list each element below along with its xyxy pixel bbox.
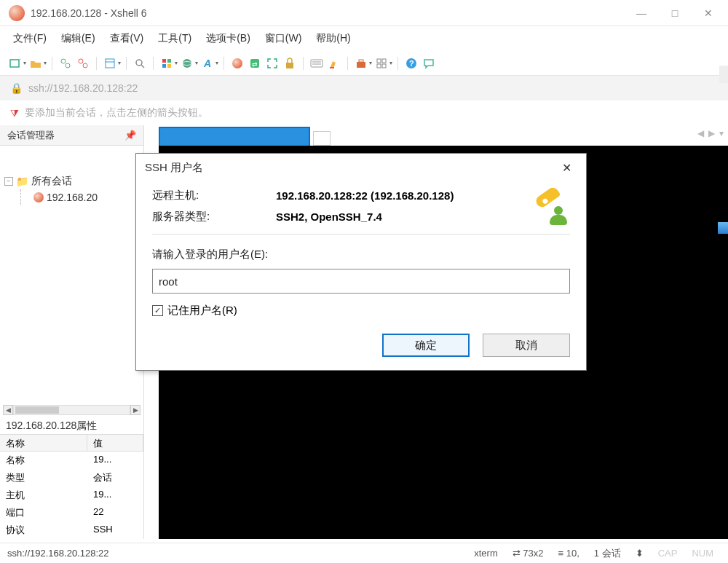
reconnect-icon[interactable] <box>58 55 74 71</box>
cancel-button[interactable]: 取消 <box>483 334 570 357</box>
status-term: xterm <box>474 548 498 559</box>
properties-body: 名称19... 类型会话 主机19... 端口22 协议SSH <box>0 452 143 539</box>
dropdown-icon[interactable]: ▾ <box>175 60 178 66</box>
dialog-close-button[interactable]: ✕ <box>555 157 577 178</box>
status-url: ssh://192.168.20.128:22 <box>7 548 109 559</box>
dropdown-icon[interactable]: ▾ <box>389 60 392 66</box>
tab-add-button[interactable] <box>313 131 331 146</box>
svg-point-4 <box>79 59 83 63</box>
dropdown-icon[interactable]: ▾ <box>23 60 26 66</box>
tree-session-item[interactable]: 192.168.20 <box>4 189 139 205</box>
remote-host-value: 192.168.20.128:22 (192.168.20.128) <box>276 189 570 202</box>
prop-row: 主机19... <box>0 487 143 504</box>
tile-icon[interactable] <box>373 55 389 71</box>
keyboard-icon[interactable] <box>309 55 325 71</box>
menu-window[interactable]: 窗口(W) <box>262 29 305 48</box>
tab-nav: ◀ ▶ ▾ <box>697 128 724 138</box>
status-cap: CAP <box>658 548 678 559</box>
scroll-left-icon[interactable]: ◀ <box>3 405 13 415</box>
lock-icon: 🔒 <box>10 82 23 94</box>
divider <box>152 234 570 235</box>
username-label: 请输入登录的用户名(E): <box>152 248 570 261</box>
scroll-right-icon[interactable]: ▶ <box>130 405 141 415</box>
separator <box>153 57 154 70</box>
key-user-icon <box>532 189 570 227</box>
svg-rect-12 <box>162 64 166 68</box>
chat-icon[interactable] <box>421 55 437 71</box>
menu-tabs[interactable]: 选项卡(B) <box>203 29 253 48</box>
new-session-icon[interactable]: + <box>7 55 23 71</box>
separator <box>223 57 224 70</box>
menu-file[interactable]: 文件(F) <box>10 29 50 48</box>
remember-username-row[interactable]: ✓ 记住用户名(R) <box>152 304 570 318</box>
tab-next-icon[interactable]: ▶ <box>708 128 715 138</box>
menu-tools[interactable]: 工具(T) <box>155 29 194 48</box>
prop-row: 名称19... <box>0 452 143 469</box>
minimize-button[interactable]: — <box>625 0 658 26</box>
svg-point-14 <box>183 59 191 68</box>
svg-rect-10 <box>162 59 166 63</box>
help-icon[interactable]: ? <box>403 55 419 71</box>
highlight-icon[interactable] <box>326 55 342 71</box>
open-folder-icon[interactable] <box>28 55 44 71</box>
color-icon[interactable] <box>159 55 175 71</box>
col-value[interactable]: 值 <box>87 435 143 451</box>
pin-icon[interactable]: 📌 <box>124 130 136 141</box>
menu-bar: 文件(F) 编辑(E) 查看(V) 工具(T) 选项卡(B) 窗口(W) 帮助(… <box>0 26 728 51</box>
svg-rect-19 <box>311 60 323 67</box>
disconnect-icon[interactable] <box>75 55 91 71</box>
fullscreen-icon[interactable] <box>264 55 280 71</box>
clipped-icon <box>719 66 728 83</box>
tab-menu-icon[interactable]: ▾ <box>719 128 724 138</box>
dropdown-icon[interactable]: ▾ <box>195 60 198 66</box>
tree-root[interactable]: − 📁 所有会话 <box>4 173 139 189</box>
maximize-button[interactable]: □ <box>658 0 692 26</box>
address-bar[interactable]: 🔒 ssh://192.168.20.128:22 <box>0 76 728 101</box>
remember-label: 记住用户名(R) <box>167 304 237 318</box>
clipped-icon <box>718 222 728 234</box>
session-label: 192.168.20 <box>47 192 98 203</box>
server-type-label: 服务器类型: <box>152 210 276 224</box>
ok-button[interactable]: 确定 <box>382 334 470 357</box>
session-icon <box>33 192 44 202</box>
dropdown-icon[interactable]: ▾ <box>118 60 121 66</box>
collapse-icon[interactable]: − <box>4 177 13 186</box>
session-tree[interactable]: − 📁 所有会话 192.168.20 <box>0 146 143 403</box>
menu-view[interactable]: 查看(V) <box>107 29 147 48</box>
flag-icon[interactable]: ⧩ <box>10 107 19 119</box>
separator <box>52 57 52 70</box>
toolbox-icon[interactable] <box>353 55 369 71</box>
close-button[interactable]: ✕ <box>692 0 725 26</box>
col-name[interactable]: 名称 <box>0 435 87 451</box>
svg-text:?: ? <box>409 59 414 68</box>
dialog-titlebar: SSH 用户名 ✕ <box>136 154 586 181</box>
scroll-track[interactable] <box>13 405 130 415</box>
all-sessions-label: 所有会话 <box>31 175 72 188</box>
menu-edit[interactable]: 编辑(E) <box>58 29 98 48</box>
menu-help[interactable]: 帮助(H) <box>313 29 353 48</box>
status-updown-icon[interactable]: ⬍ <box>636 548 644 559</box>
app-icon <box>9 5 25 21</box>
dropdown-icon[interactable]: ▾ <box>369 60 372 66</box>
svg-rect-11 <box>167 59 171 63</box>
horizontal-scrollbar[interactable]: ◀ ▶ <box>0 403 143 417</box>
tab-prev-icon[interactable]: ◀ <box>697 128 704 138</box>
dropdown-icon[interactable]: ▾ <box>215 60 218 66</box>
properties-icon[interactable] <box>102 55 118 71</box>
username-input[interactable] <box>152 269 570 294</box>
search-icon[interactable] <box>132 55 148 71</box>
dropdown-icon[interactable]: ▾ <box>44 60 47 66</box>
globe-icon[interactable] <box>179 55 195 71</box>
remote-host-label: 远程主机: <box>152 189 276 202</box>
tab-active[interactable] <box>159 127 310 146</box>
prop-row: 类型会话 <box>0 469 143 487</box>
lock-icon[interactable] <box>282 55 298 71</box>
xftp-icon[interactable]: ⇄ <box>247 55 263 71</box>
remember-checkbox[interactable]: ✓ <box>152 305 163 316</box>
xshell-icon[interactable] <box>229 55 245 71</box>
separator <box>96 57 97 70</box>
font-icon[interactable]: A <box>199 55 215 71</box>
scroll-thumb[interactable] <box>15 406 59 414</box>
status-sessions: 1 会话 <box>594 547 621 560</box>
separator <box>126 57 127 70</box>
